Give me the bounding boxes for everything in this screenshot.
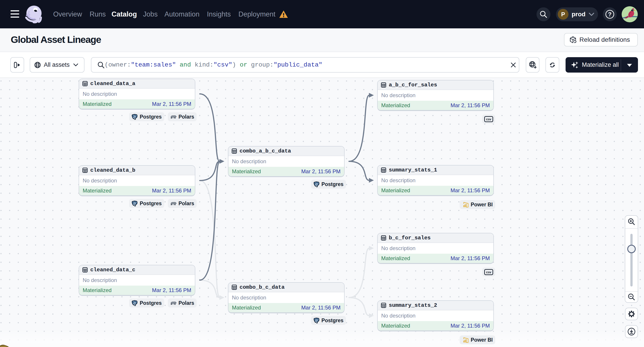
svg-text:?: ? xyxy=(608,11,612,18)
